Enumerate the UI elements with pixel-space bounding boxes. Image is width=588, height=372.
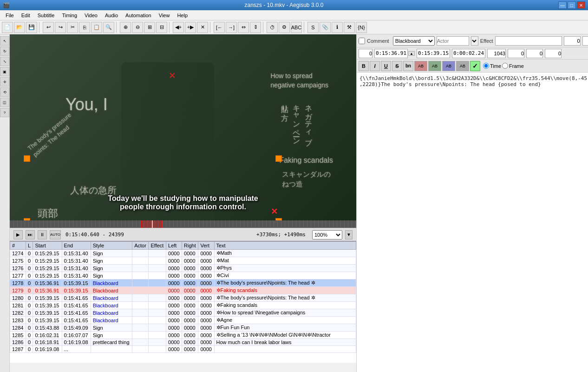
- toolbar-save[interactable]: 💾: [26, 22, 37, 33]
- table-row[interactable]: 127800:15:36.910:15:39.15Blackboard00000…: [10, 279, 356, 287]
- start-time-up[interactable]: ▲: [408, 51, 415, 56]
- italic-button[interactable]: I: [370, 61, 380, 71]
- table-row[interactable]: 128000:15:39.150:15:41.65Blackboard00000…: [10, 294, 356, 302]
- table-row[interactable]: 128300:15:39.150:15:41.65Blackboard00000…: [10, 317, 356, 324]
- margin-extra[interactable]: [545, 49, 562, 58]
- margin-l2[interactable]: [487, 49, 506, 58]
- toolbar-delete[interactable]: ✕: [197, 22, 208, 33]
- margin-l-field[interactable]: [564, 36, 581, 46]
- toolbar-attach[interactable]: 📎: [320, 22, 331, 33]
- margin-r-field[interactable]: [582, 36, 588, 46]
- zoom-select[interactable]: 100% 25% 50% 75% 150% 200%: [312, 230, 342, 239]
- actor-dropdown-btn[interactable]: ▼: [471, 36, 478, 46]
- color-ab1-button[interactable]: AB: [414, 61, 427, 71]
- toolbar-snap-start[interactable]: [←: [214, 22, 225, 33]
- toolbar-grid[interactable]: ⊞: [144, 22, 155, 33]
- toolbar-grid2[interactable]: ⊟: [156, 22, 167, 33]
- table-row[interactable]: 128500:16:02.310:16:07.07Sign00000000000…: [10, 332, 356, 339]
- play-button[interactable]: ▶: [13, 230, 23, 239]
- actor-input[interactable]: [437, 36, 469, 46]
- menu-subtitle[interactable]: Subtitle: [34, 10, 59, 20]
- auto-scroll-button[interactable]: AUTO: [50, 230, 61, 239]
- toolbar-timing-post-proc[interactable]: ⚙: [279, 22, 290, 33]
- table-row[interactable]: 127500:15:29.150:15:31.40Sign00000000000…: [10, 257, 356, 265]
- end-time-field[interactable]: [417, 49, 450, 58]
- menu-edit[interactable]: Edit: [18, 10, 34, 20]
- pause-button[interactable]: ⏸: [38, 230, 47, 239]
- toolbar-cut[interactable]: ✂: [67, 22, 78, 33]
- margin-v2[interactable]: [526, 49, 543, 58]
- duration-field[interactable]: [452, 49, 485, 58]
- toolbar-style-mgr[interactable]: S: [307, 22, 319, 33]
- minimize-button[interactable]: —: [558, 1, 567, 9]
- toolbar-open[interactable]: 📂: [14, 22, 25, 33]
- comment-checkbox[interactable]: [359, 38, 365, 44]
- table-row[interactable]: 128400:15:43.880:15:49.09Sign00000000000…: [10, 324, 356, 332]
- table-row[interactable]: 128100:15:39.150:15:41.65Blackboard00000…: [10, 302, 356, 309]
- toolbar-redo[interactable]: ↪: [55, 22, 66, 33]
- left-tool-scale[interactable]: ⤡: [0, 57, 9, 66]
- commit-button[interactable]: ✓: [470, 61, 480, 71]
- table-row[interactable]: 127600:15:29.150:15:31.40Sign00000000000…: [10, 265, 356, 272]
- left-tool-move[interactable]: ✛: [0, 77, 9, 86]
- toolbar-insert-before[interactable]: ◀+: [173, 22, 184, 33]
- toolbar-find[interactable]: 🔍: [103, 22, 114, 33]
- menu-view[interactable]: View: [155, 10, 174, 20]
- toolbar-shift-times[interactable]: ⏱: [267, 22, 278, 33]
- left-tool-rotate[interactable]: ↻: [0, 46, 9, 56]
- toolbar-copy[interactable]: ⎘: [79, 22, 90, 33]
- subtitle-table-container[interactable]: # L Start End Style Actor Effect Left Ri…: [10, 241, 356, 363]
- zoom-dropdown-btn[interactable]: ▼: [345, 230, 353, 239]
- bold-button[interactable]: B: [359, 61, 369, 71]
- left-tool-clip[interactable]: ▣: [0, 67, 9, 76]
- table-row[interactable]: 128700:16:19.08...000000000000: [10, 346, 356, 353]
- underline-button[interactable]: U: [381, 61, 391, 71]
- timeline-area[interactable]: [10, 220, 356, 228]
- table-row[interactable]: 128600:16:18.910:16:19.08prettlecard thi…: [10, 339, 356, 346]
- menu-timing[interactable]: Timing: [58, 10, 81, 20]
- video-overlay-jp2: スキャンダルのねつ造: [282, 169, 331, 189]
- toolbar-settings[interactable]: ⚒: [344, 22, 355, 33]
- toolbar-split[interactable]: ⇕: [250, 22, 261, 33]
- toolbar-video-zoom-in[interactable]: ⊕: [120, 22, 131, 33]
- toolbar-insert-after[interactable]: +▶: [185, 22, 196, 33]
- toolbar-unknown[interactable]: {N}: [356, 22, 367, 33]
- strikethrough-button[interactable]: S: [392, 61, 402, 71]
- toolbar-new[interactable]: 📄: [2, 22, 13, 33]
- toolbar-join[interactable]: ⇔: [238, 22, 249, 33]
- time-radio[interactable]: [483, 63, 489, 69]
- menu-video[interactable]: Video: [81, 10, 101, 20]
- menu-audio[interactable]: Audio: [101, 10, 122, 20]
- start-time-field[interactable]: [374, 49, 408, 58]
- maximize-button[interactable]: □: [568, 1, 576, 9]
- close-button[interactable]: ✕: [577, 1, 585, 9]
- table-row[interactable]: 127700:15:29.150:15:31.40Sign00000000000…: [10, 272, 356, 279]
- style-dropdown[interactable]: Blackboard Sign: [393, 36, 435, 46]
- left-tool-unknown[interactable]: ?: [0, 108, 9, 117]
- table-row[interactable]: 127900:15:36.910:15:39.15Blackboard00000…: [10, 287, 356, 294]
- margin-r2[interactable]: [508, 49, 524, 58]
- play-next-frame[interactable]: ⏭: [26, 230, 35, 239]
- table-row[interactable]: 128200:15:39.150:15:41.65Blackboard00000…: [10, 309, 356, 317]
- menu-file[interactable]: File: [2, 10, 18, 20]
- toolbar-snap-end[interactable]: →]: [226, 22, 237, 33]
- toolbar-undo[interactable]: ↩: [43, 22, 54, 33]
- color-ab3-button[interactable]: AB: [442, 61, 455, 71]
- color-ab2-button[interactable]: AB: [428, 61, 441, 71]
- left-tool-clip2[interactable]: ◫: [0, 98, 9, 107]
- toolbar-paste[interactable]: 📋: [91, 22, 102, 33]
- left-tool-select[interactable]: ↖: [0, 36, 9, 46]
- menu-help[interactable]: Help: [173, 10, 191, 20]
- toolbar-video-zoom-out[interactable]: ⊖: [132, 22, 143, 33]
- frame-radio[interactable]: [502, 63, 508, 69]
- left-tool-rot-xy[interactable]: ⟲: [0, 87, 9, 97]
- toolbar-spell[interactable]: ABC: [291, 22, 302, 33]
- table-row[interactable]: 127400:15:29.150:15:31.40Sign00000000000…: [10, 250, 356, 257]
- toolbar-properties[interactable]: ℹ: [332, 22, 343, 33]
- effect-input[interactable]: [495, 36, 562, 46]
- color-ab4-button[interactable]: AB: [456, 61, 469, 71]
- menu-automation[interactable]: Automation: [122, 10, 155, 20]
- border-button[interactable]: bn: [403, 61, 413, 71]
- text-editor[interactable]: {\\fnJanieHmkBold\\bord1.5\\3c&H2A332D&\…: [357, 73, 588, 372]
- layer-field[interactable]: [359, 49, 372, 58]
